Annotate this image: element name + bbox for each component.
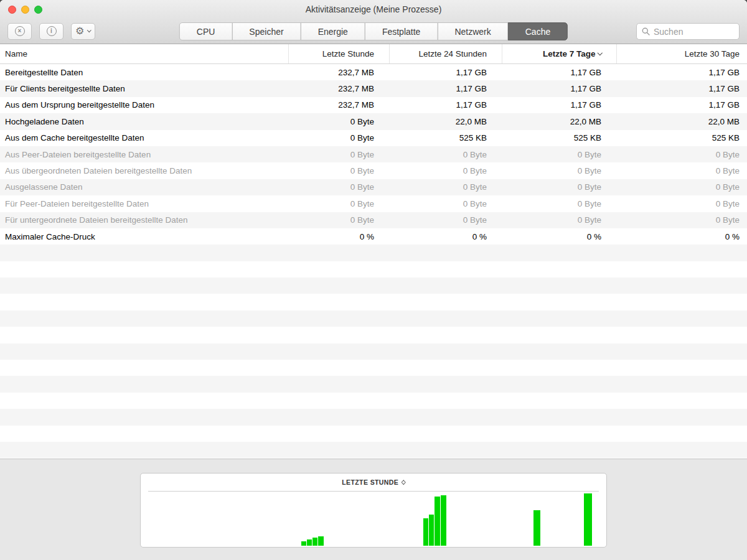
chart-bar	[429, 515, 434, 546]
row-value: 22,0 MB	[616, 117, 747, 126]
row-value: 1,17 GB	[502, 68, 616, 77]
chart-plot	[141, 492, 606, 547]
row-label: Aus dem Ursprung bereitgestellte Daten	[0, 100, 288, 110]
empty-row	[0, 245, 747, 261]
row-value: 0 Byte	[502, 150, 616, 159]
table-row[interactable]: Für Peer-Dateien bereitgestellte Daten0 …	[0, 195, 747, 212]
row-value: 0 %	[389, 232, 502, 241]
inspect-process-button[interactable]: i	[39, 23, 63, 40]
chevron-down-icon	[87, 28, 91, 32]
row-value: 0 %	[288, 232, 389, 241]
empty-row	[0, 327, 747, 343]
search-icon	[642, 27, 650, 35]
search-placeholder: Suchen	[654, 27, 683, 37]
table-row[interactable]: Aus Peer-Dateien bereitgestellte Daten0 …	[0, 146, 747, 162]
row-label: Für Peer-Dateien bereitgestellte Daten	[0, 199, 288, 208]
table-row[interactable]: Ausgelassene Daten0 Byte0 Byte0 Byte0 By…	[0, 179, 747, 195]
row-value: 1,17 GB	[502, 84, 616, 93]
row-value: 22,0 MB	[502, 117, 616, 126]
tab-energie[interactable]: Energie	[301, 22, 365, 40]
table-row[interactable]: Aus dem Ursprung bereitgestellte Daten23…	[0, 97, 747, 113]
row-value: 0 Byte	[288, 215, 389, 225]
row-value: 0 Byte	[616, 150, 747, 159]
row-label: Aus übergeordneten Dateien bereitgestell…	[0, 166, 288, 175]
table-row[interactable]: Aus übergeordneten Dateien bereitgestell…	[0, 162, 747, 179]
column-header-1[interactable]: Letzte Stunde	[288, 44, 389, 63]
table-row[interactable]: Für untergeordnete Dateien bereitgestell…	[0, 212, 747, 228]
row-label: Aus Peer-Dateien bereitgestellte Daten	[0, 150, 288, 159]
table-row[interactable]: Für Clients bereitgestellte Daten232,7 M…	[0, 80, 747, 96]
sort-descending-icon	[597, 50, 602, 55]
empty-row	[0, 343, 747, 360]
column-header-label: Letzte Stunde	[322, 49, 374, 58]
quit-process-icon: ×	[15, 26, 25, 36]
chart-bar	[307, 539, 312, 546]
window-title: Aktivitätsanzeige (Meine Prozesse)	[0, 4, 747, 14]
row-value: 1,17 GB	[389, 84, 502, 93]
empty-row	[0, 376, 747, 392]
empty-row	[0, 393, 747, 409]
row-value: 525 KB	[502, 133, 616, 142]
row-value: 0 Byte	[616, 166, 747, 175]
column-header-label: Letzte 7 Tage	[543, 49, 596, 58]
row-value: 0 Byte	[502, 166, 616, 175]
row-value: 232,7 MB	[288, 100, 389, 110]
row-label: Ausgelassene Daten	[0, 182, 288, 192]
toolbar-buttons: × i ⚙	[7, 23, 95, 40]
empty-row	[0, 278, 747, 294]
row-value: 0 %	[502, 232, 616, 241]
column-header-4[interactable]: Letzte 30 Tage	[616, 44, 747, 63]
table-body: Bereitgestellte Daten232,7 MB1,17 GB1,17…	[0, 64, 747, 459]
window-chrome: Aktivitätsanzeige (Meine Prozesse) × i ⚙…	[0, 0, 747, 44]
quit-process-button[interactable]: ×	[7, 23, 32, 40]
row-value: 0 Byte	[616, 215, 747, 225]
table-row[interactable]: Bereitgestellte Daten232,7 MB1,17 GB1,17…	[0, 64, 747, 80]
row-value: 1,17 GB	[616, 84, 747, 93]
chart-header[interactable]: LETZTE STUNDE	[141, 474, 606, 491]
column-header-name[interactable]: Name	[0, 44, 288, 63]
row-value: 0 Byte	[288, 166, 389, 175]
row-value: 525 KB	[616, 133, 747, 142]
chart-bar	[312, 538, 317, 546]
titlebar: Aktivitätsanzeige (Meine Prozesse)	[0, 0, 747, 19]
row-value: 22,0 MB	[389, 117, 502, 126]
chart-period-stepper-icon[interactable]	[402, 481, 405, 484]
row-value: 1,17 GB	[389, 100, 502, 110]
options-menu-button[interactable]: ⚙	[71, 23, 95, 40]
chart-bar	[441, 495, 446, 546]
tab-cache[interactable]: Cache	[508, 22, 568, 40]
chart-title: LETZTE STUNDE	[342, 478, 398, 486]
bottom-pane: LETZTE STUNDE	[0, 459, 747, 560]
search-field[interactable]: Suchen	[636, 23, 740, 40]
tab-netzwerk[interactable]: Netzwerk	[437, 22, 508, 40]
activity-monitor-window: Aktivitätsanzeige (Meine Prozesse) × i ⚙…	[0, 0, 747, 560]
row-value: 0 Byte	[502, 182, 616, 192]
table-row[interactable]: Maximaler Cache-Druck0 %0 %0 %0 %	[0, 228, 747, 245]
row-label: Für untergeordnete Dateien bereitgestell…	[0, 215, 288, 225]
info-icon: i	[47, 26, 57, 36]
table-header: NameLetzte StundeLetzte 24 StundenLetzte…	[0, 44, 747, 64]
row-value: 1,17 GB	[389, 68, 502, 77]
row-value: 0 Byte	[389, 215, 502, 225]
toolbar: × i ⚙ CPUSpeicherEnergieFestplatteNetzwe…	[0, 19, 747, 44]
row-value: 0 Byte	[389, 150, 502, 159]
chart-bar	[435, 497, 440, 546]
empty-row	[0, 360, 747, 376]
tab-speicher[interactable]: Speicher	[232, 22, 301, 40]
row-value: 0 Byte	[288, 150, 389, 159]
tab-festplatte[interactable]: Festplatte	[365, 22, 438, 40]
row-value: 0 Byte	[616, 199, 747, 208]
column-header-3[interactable]: Letzte 7 Tage	[502, 44, 616, 63]
column-header-label: Name	[5, 49, 27, 58]
tab-cpu[interactable]: CPU	[179, 22, 233, 40]
column-header-label: Letzte 24 Stunden	[418, 49, 487, 58]
table-row[interactable]: Aus dem Cache bereitgestellte Daten0 Byt…	[0, 130, 747, 146]
row-value: 232,7 MB	[288, 84, 389, 93]
row-label: Hochgeladene Daten	[0, 117, 288, 126]
row-value: 0 Byte	[616, 182, 747, 192]
chart-bar	[423, 518, 428, 546]
table-row[interactable]: Hochgeladene Daten0 Byte22,0 MB22,0 MB22…	[0, 113, 747, 129]
row-value: 0 Byte	[288, 182, 389, 192]
row-value: 0 Byte	[389, 182, 502, 192]
column-header-2[interactable]: Letzte 24 Stunden	[389, 44, 502, 63]
